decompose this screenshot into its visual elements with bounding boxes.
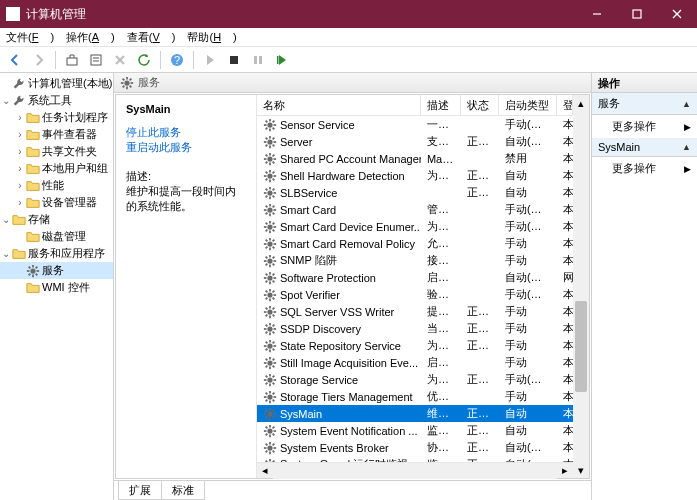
scroll-thumb[interactable] (575, 301, 587, 392)
scroll-right-icon[interactable]: ▸ (557, 463, 573, 479)
delete-button[interactable] (109, 49, 131, 71)
service-row[interactable]: State Repository Service为应...正在...手动本 (257, 337, 573, 354)
app-icon (6, 7, 20, 21)
tree-item[interactable]: 设备管理器 (42, 195, 97, 210)
svg-rect-22 (254, 56, 257, 64)
menu-action[interactable]: 操作(A) (66, 30, 115, 45)
center-header: 服务 (114, 73, 591, 93)
actions-pane: 操作 服务▲ 更多操作▶ SysMain▲ 更多操作▶ (592, 73, 697, 500)
view-tabs: 扩展 标准 (114, 480, 591, 500)
scroll-left-icon[interactable]: ◂ (257, 463, 273, 479)
tree-root[interactable]: 计算机管理(本地) (28, 76, 112, 91)
stop-button[interactable] (223, 49, 245, 71)
col-startup[interactable]: 启动类型 (499, 95, 557, 115)
selected-service-name: SysMain (126, 103, 246, 115)
service-list[interactable]: Sensor Service一项...手动(触发...本Server支持...正… (257, 116, 573, 462)
service-row[interactable]: Smart Card Device Enumer...为给...手动(触发...… (257, 218, 573, 235)
service-row[interactable]: Still Image Acquisition Eve...启动...手动本 (257, 354, 573, 371)
col-name[interactable]: 名称 (257, 95, 421, 115)
tree-wmi[interactable]: WMI 控件 (42, 280, 90, 295)
service-row[interactable]: Sensor Service一项...手动(触发...本 (257, 116, 573, 133)
chevron-right-icon: ▶ (684, 122, 691, 132)
service-row[interactable]: SysMain维护...正在...自动本 (257, 405, 573, 422)
service-row[interactable]: SSDP Discovery当发...正在...手动本 (257, 320, 573, 337)
svg-rect-21 (230, 56, 238, 64)
stop-link[interactable]: 停止此服务 (126, 125, 246, 140)
service-row[interactable]: Storage Tiers Management优化...手动本 (257, 388, 573, 405)
menu-view[interactable]: 查看(V) (127, 30, 176, 45)
horizontal-scrollbar[interactable]: ◂ ▸ (257, 462, 573, 478)
tree-systools[interactable]: 系统工具 (28, 93, 72, 108)
restart-button[interactable] (271, 49, 293, 71)
svg-text:?: ? (174, 54, 180, 66)
maximize-button[interactable] (617, 0, 657, 28)
actions-header: 操作 (592, 73, 697, 93)
title-bar: 计算机管理 (0, 0, 697, 28)
chevron-up-icon: ▲ (682, 99, 691, 109)
actions-section-selected[interactable]: SysMain▲ (592, 138, 697, 157)
menu-help[interactable]: 帮助(H) (187, 30, 236, 45)
tree-services[interactable]: 服务 (42, 263, 64, 278)
up-button[interactable] (61, 49, 83, 71)
svg-rect-14 (91, 55, 101, 65)
service-row[interactable]: SLBService正在...自动本 (257, 184, 573, 201)
tab-standard[interactable]: 标准 (161, 481, 205, 500)
service-row[interactable]: System Event Notification ...监视...正在...自… (257, 422, 573, 439)
detail-pane: SysMain 停止此服务 重启动此服务 描述: 维护和提高一段时间内的系统性能… (116, 95, 256, 478)
scroll-up-icon[interactable]: ▴ (573, 95, 589, 111)
play-button[interactable] (199, 49, 221, 71)
service-row[interactable]: SNMP 陷阱接收...手动本 (257, 252, 573, 269)
chevron-up-icon: ▲ (682, 142, 691, 152)
tree-disk[interactable]: 磁盘管理 (42, 229, 86, 244)
back-button[interactable] (4, 49, 26, 71)
scroll-down-icon[interactable]: ▾ (573, 462, 589, 478)
service-row[interactable]: Shared PC Account ManagerMan...禁用本 (257, 150, 573, 167)
properties-button[interactable] (85, 49, 107, 71)
svg-rect-13 (67, 58, 77, 65)
column-headers[interactable]: 名称 描述 状态 启动类型 登 (257, 95, 573, 116)
menu-bar: 文件(F) 操作(A) 查看(V) 帮助(H) (0, 28, 697, 47)
description-text: 维护和提高一段时间内的系统性能。 (126, 184, 246, 214)
tree-item[interactable]: 性能 (42, 178, 64, 193)
service-row[interactable]: Storage Service为存...正在...手动(触发...本 (257, 371, 573, 388)
tree-storage[interactable]: 存储 (28, 212, 50, 227)
nav-tree[interactable]: 计算机管理(本地) ⌄系统工具 ›任务计划程序›事件查看器›共享文件夹›本地用户… (0, 73, 114, 500)
vertical-scrollbar[interactable]: ▴ ▾ (573, 95, 589, 478)
tree-item[interactable]: 任务计划程序 (42, 110, 108, 125)
col-desc[interactable]: 描述 (421, 95, 461, 115)
service-row[interactable]: Smart Card管理...手动(触发...本 (257, 201, 573, 218)
service-row[interactable]: Smart Card Removal Policy允许...手动本 (257, 235, 573, 252)
service-row[interactable]: System Events Broker协调...正在...自动(触发...本 (257, 439, 573, 456)
toolbar: ? (0, 47, 697, 73)
tree-item[interactable]: 本地用户和组 (42, 161, 108, 176)
close-button[interactable] (657, 0, 697, 28)
actions-more-1[interactable]: 更多操作▶ (592, 115, 697, 138)
description-label: 描述: (126, 169, 246, 184)
menu-file[interactable]: 文件(F) (6, 30, 54, 45)
refresh-button[interactable] (133, 49, 155, 71)
col-status[interactable]: 状态 (461, 95, 499, 115)
window-title: 计算机管理 (26, 6, 577, 23)
service-row[interactable]: Spot Verifier验证...手动(触发...本 (257, 286, 573, 303)
pause-button[interactable] (247, 49, 269, 71)
restart-link[interactable]: 重启动此服务 (126, 140, 246, 155)
service-row[interactable]: SQL Server VSS Writer提供...正在...手动本 (257, 303, 573, 320)
chevron-right-icon: ▶ (684, 164, 691, 174)
actions-more-2[interactable]: 更多操作▶ (592, 157, 697, 180)
forward-button[interactable] (28, 49, 50, 71)
tree-apps[interactable]: 服务和应用程序 (28, 246, 105, 261)
svg-rect-10 (633, 10, 641, 18)
actions-section-services[interactable]: 服务▲ (592, 93, 697, 115)
minimize-button[interactable] (577, 0, 617, 28)
tree-item[interactable]: 共享文件夹 (42, 144, 97, 159)
tree-item[interactable]: 事件查看器 (42, 127, 97, 142)
tab-extended[interactable]: 扩展 (118, 481, 162, 500)
help-button[interactable]: ? (166, 49, 188, 71)
service-row[interactable]: Software Protection启用...自动(延迟...网 (257, 269, 573, 286)
service-row[interactable]: Server支持...正在...自动(触发...本 (257, 133, 573, 150)
service-row[interactable]: Shell Hardware Detection为自...正在...自动本 (257, 167, 573, 184)
svg-rect-24 (277, 56, 279, 64)
svg-rect-23 (259, 56, 262, 64)
col-logon[interactable]: 登 (557, 95, 573, 115)
